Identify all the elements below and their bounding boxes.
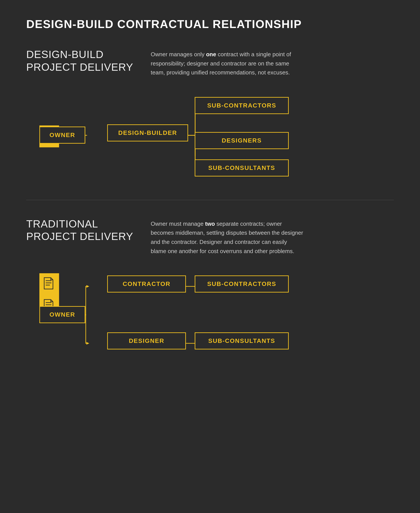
traditional-description: Owner must manage two separate contracts… [151, 218, 304, 256]
traditional-diagram: OWNER CONTRACTOR SUB-CONTRACTORS [39, 269, 394, 368]
trad-sub-contractors-label: SUB-CONTRACTORS [207, 281, 276, 287]
trad-owner-label: OWNER [49, 311, 75, 318]
trad-contract-icon-top [39, 273, 59, 295]
db-sub-contractors-box: SUB-CONTRACTORS [195, 97, 289, 114]
db-builder-box: DESIGN-BUILDER [107, 124, 188, 141]
trad-contractor-box: CONTRACTOR [107, 276, 186, 292]
traditional-header: TRADITIONAL PROJECT DELIVERY Owner must … [26, 218, 394, 256]
trad-designer-label: DESIGNER [129, 337, 164, 345]
trad-sub-consultants-label: SUB-CONSULTANTS [208, 337, 275, 345]
section-divider [26, 200, 394, 200]
db-sub-contractors-label: SUB-CONTRACTORS [207, 102, 276, 109]
page-container: DESIGN-BUILD CONTRACTUAL RELATIONSHIP DE… [0, 0, 420, 513]
trad-designer-box: DESIGNER [107, 332, 186, 349]
document-icon-top-svg [43, 277, 55, 291]
design-build-description: Owner manages only one contract with a s… [151, 48, 304, 77]
traditional-section: TRADITIONAL PROJECT DELIVERY Owner must … [26, 218, 394, 368]
main-title: DESIGN-BUILD CONTRACTUAL RELATIONSHIP [26, 17, 394, 31]
db-sub-consultants-label: SUB-CONSULTANTS [208, 164, 275, 171]
svg-marker-15 [86, 342, 89, 345]
traditional-title: TRADITIONAL PROJECT DELIVERY [26, 218, 133, 243]
design-build-title: DESIGN-BUILD PROJECT DELIVERY [26, 48, 133, 73]
trad-contractor-label: CONTRACTOR [123, 281, 171, 287]
db-owner-box: OWNER [39, 127, 85, 144]
trad-sub-consultants-box: SUB-CONSULTANTS [195, 332, 289, 349]
trad-sub-contractors-box: SUB-CONTRACTORS [195, 276, 289, 292]
db-designers-box: DESIGNERS [195, 132, 289, 149]
trad-owner-box: OWNER [39, 306, 85, 323]
db-sub-consultants-box: SUB-CONSULTANTS [195, 159, 289, 176]
design-build-section: DESIGN-BUILD PROJECT DELIVERY Owner mana… [26, 48, 394, 182]
db-designers-label: DESIGNERS [222, 137, 262, 144]
design-build-diagram: OWNER DESIGN-BUILDER SUB-CONTRACTO [39, 91, 394, 182]
db-owner-label: OWNER [49, 132, 75, 138]
design-build-header: DESIGN-BUILD PROJECT DELIVERY Owner mana… [26, 48, 394, 77]
db-builder-label: DESIGN-BUILDER [118, 129, 177, 136]
svg-marker-14 [86, 285, 89, 288]
